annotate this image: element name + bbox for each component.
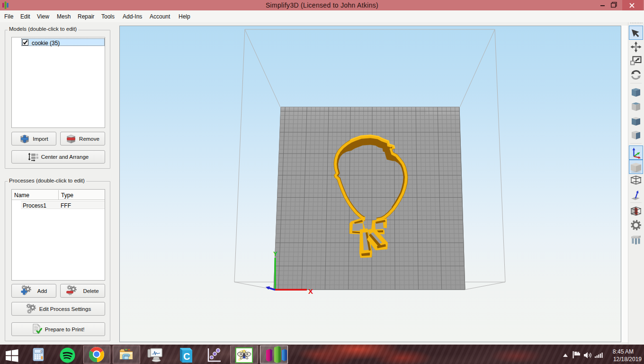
svg-text:0: 0 — [41, 350, 43, 353]
svg-text:X: X — [308, 287, 313, 295]
svg-text:Y: Y — [273, 250, 277, 257]
svg-text:C: C — [183, 351, 190, 362]
